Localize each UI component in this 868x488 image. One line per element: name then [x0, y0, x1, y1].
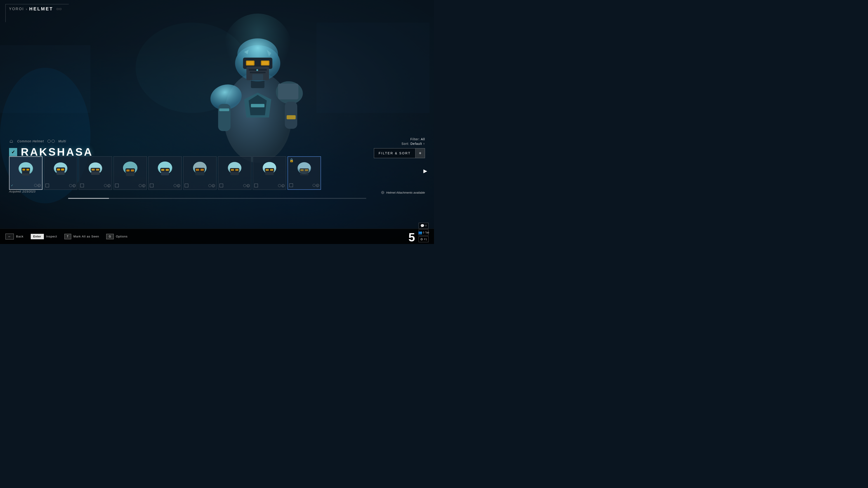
svg-rect-2	[316, 23, 430, 113]
svg-rect-66	[161, 172, 169, 175]
f1-key-label: F1	[424, 238, 427, 240]
item-9-badge-1	[313, 184, 315, 187]
svg-rect-64	[161, 169, 164, 171]
svg-rect-97	[305, 169, 308, 171]
svg-rect-89	[270, 169, 273, 171]
chat-button[interactable]: 💬 Y	[418, 223, 429, 229]
item-8-helmet-svg	[259, 159, 280, 179]
filter-sort-panel: Filter: All Sort: Default ↑ FILTER & SOR…	[374, 137, 425, 158]
breadcrumb-dots	[57, 8, 61, 10]
item-9-equip-icon	[289, 184, 293, 187]
carousel-item-7[interactable]	[218, 156, 251, 190]
carousel-scrollbar[interactable]	[68, 198, 366, 199]
item-6-badge-1	[209, 184, 211, 187]
item-8-customize-icon	[281, 184, 285, 188]
acquired-info: Acquired: 2/23/2023	[9, 190, 35, 193]
item-9-lock-icon: 🔒	[289, 158, 294, 162]
item-info-panel: Common Helmet Multi ✓ RAKSHASA	[9, 139, 93, 158]
svg-rect-88	[266, 169, 269, 171]
sort-row: Sort: Default ↑	[374, 142, 425, 145]
filter-value: All	[421, 137, 425, 141]
back-arrow-icon: ←	[8, 235, 11, 238]
carousel-item-4[interactable]	[114, 156, 147, 190]
svg-rect-80	[231, 169, 234, 171]
people-count: 0	[423, 231, 424, 234]
item-3-customize-icon	[107, 184, 111, 188]
svg-rect-41	[57, 168, 60, 170]
carousel-item-9[interactable]: 🔒	[287, 156, 321, 190]
svg-point-68	[178, 186, 179, 186]
bottom-bar: ← Back Enter Inspect T Mark All as Seen …	[0, 229, 434, 244]
carousel-scrollbar-fill	[68, 198, 109, 199]
svg-rect-72	[196, 169, 199, 171]
breadcrumb-parent: YOROI	[9, 7, 24, 11]
carousel-items-list: ✓	[9, 156, 425, 190]
item-7-equip-icon	[219, 184, 223, 187]
item-2-thumbnail	[44, 157, 77, 182]
filter-label: Filter:	[410, 137, 420, 141]
item-7-customize-icon	[246, 184, 250, 188]
item-5-customize-icon	[177, 184, 180, 188]
item-5-thumbnail	[149, 157, 182, 182]
item-2-customize-icon	[72, 184, 76, 188]
item-7-badge-1	[243, 184, 246, 187]
svg-point-92	[282, 186, 283, 186]
svg-rect-43	[57, 171, 65, 175]
hud-number: 5	[408, 231, 415, 243]
attachment-info: Helmet Attachments available	[381, 191, 425, 194]
back-action[interactable]: ← Back	[5, 234, 24, 239]
item-multi-icon	[48, 140, 55, 143]
bottom-right-hud: 5 💬 Y 👥 0 Tab ⚙ F1	[408, 223, 429, 243]
breadcrumb-dot-2	[59, 8, 61, 10]
carousel-item-6[interactable]	[183, 156, 217, 190]
item-9-helmet-svg	[294, 159, 314, 180]
settings-button[interactable]: ⚙ F1	[418, 236, 429, 242]
item-2-badge-1	[69, 184, 72, 187]
breadcrumb-current: HELMET	[29, 6, 53, 11]
carousel-next-arrow[interactable]: ▶	[423, 168, 427, 174]
item-4-equip-icon	[115, 184, 119, 187]
svg-point-60	[143, 186, 144, 186]
carousel-item-5[interactable]	[148, 156, 182, 190]
item-equipped-check: ✓	[9, 148, 17, 156]
svg-rect-34	[22, 171, 30, 175]
carousel-item-8[interactable]	[253, 156, 286, 190]
svg-rect-50	[96, 169, 99, 170]
item-2-helmet-svg	[51, 159, 71, 179]
item-6-thumbnail	[183, 157, 216, 182]
item-6-helmet-svg	[190, 159, 210, 179]
sort-label: Sort:	[401, 142, 409, 145]
attachment-icon	[381, 191, 384, 194]
svg-rect-33	[26, 169, 29, 170]
mark-key: T	[64, 234, 71, 239]
chat-icon: 💬	[421, 224, 424, 228]
svg-point-84	[248, 186, 248, 186]
svg-rect-56	[126, 169, 129, 171]
people-button[interactable]: 👥 0 Tab	[418, 230, 429, 235]
attachment-info-text: Helmet Attachments available	[386, 191, 425, 194]
svg-rect-58	[126, 172, 134, 176]
background	[0, 0, 434, 244]
options-action[interactable]: G Options	[106, 234, 127, 239]
back-label: Back	[16, 235, 24, 238]
svg-point-45	[73, 186, 74, 186]
item-1-equip-check: ✓	[11, 184, 13, 187]
item-8-equip-icon	[254, 184, 258, 187]
item-4-thumbnail	[114, 157, 147, 182]
svg-rect-90	[265, 172, 274, 175]
sort-value: Default ↑	[410, 142, 425, 145]
item-4-badge-1	[139, 184, 142, 187]
svg-point-76	[213, 186, 214, 186]
carousel-item-1[interactable]: ✓	[9, 156, 42, 190]
carousel-item-3[interactable]	[79, 156, 112, 190]
mark-seen-action[interactable]: T Mark All as Seen	[64, 234, 99, 239]
options-key: G	[106, 234, 114, 239]
svg-rect-74	[195, 172, 204, 175]
carousel-item-2[interactable]	[44, 156, 77, 190]
options-label: Options	[116, 235, 128, 238]
hud-icons-column: 💬 Y 👥 0 Tab ⚙ F1	[418, 223, 429, 243]
svg-rect-42	[61, 168, 64, 170]
item-4-customize-icon	[142, 184, 145, 188]
inspect-key-label: Enter	[33, 235, 41, 238]
inspect-action[interactable]: Enter Inspect	[31, 234, 57, 239]
